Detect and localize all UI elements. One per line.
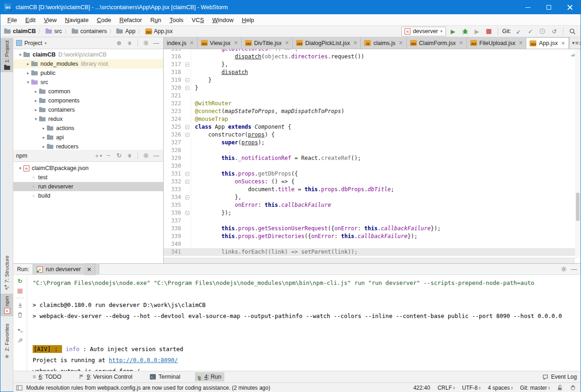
- editor-tab-claims.js[interactable]: JSclaims.js✕: [361, 37, 406, 49]
- tree-item-actions[interactable]: ▸actions: [13, 124, 163, 133]
- toolwindow-button-terminal[interactable]: >_Terminal: [147, 372, 183, 381]
- editor-line-331[interactable]: 331− this.props.getDbProps({: [164, 170, 575, 178]
- editor-line-334[interactable]: 334− },: [164, 193, 575, 201]
- tree-arrow-icon[interactable]: ▸: [33, 89, 39, 94]
- run-configuration-select[interactable]: n devserver ▾: [401, 27, 445, 36]
- editor-line-337[interactable]: 337: [164, 217, 575, 225]
- collapse-all-button[interactable]: [125, 152, 134, 160]
- tree-item-api[interactable]: ▸api: [13, 133, 163, 142]
- editor-tab-claimform.jsx[interactable]: JSXClaimForm.jsx✕: [407, 37, 467, 49]
- rollback-button[interactable]: ↺: [550, 27, 559, 36]
- editor-line-316[interactable]: 316 dispatch(objects.directories.request…: [164, 53, 575, 61]
- refresh-icon[interactable]: ↻: [115, 152, 123, 160]
- tree-arrow-icon[interactable]: ▾: [17, 166, 23, 170]
- hide-panel-button[interactable]: —: [571, 266, 577, 273]
- hide-panel-button[interactable]: —: [152, 39, 160, 47]
- editor-tab-dialogpicklist.jsx[interactable]: JSXDialogPickList.jsx✕: [293, 37, 361, 49]
- event-log-button[interactable]: Event Log: [542, 374, 577, 380]
- indent-select[interactable]: 4 spaces▴▾: [488, 385, 513, 391]
- toolwindow-switcher-icon[interactable]: [16, 385, 23, 391]
- npm-item-claimcb-package-json[interactable]: ▾nclaimCB\package.json: [13, 164, 163, 173]
- gear-icon[interactable]: [561, 266, 567, 273]
- editor-line-323[interactable]: 323@connect(mapStateToProps, mapDispatch…: [164, 108, 575, 115]
- menu-tools[interactable]: Tools: [165, 15, 188, 25]
- editor-tab-index.js[interactable]: index.js✕: [164, 37, 198, 49]
- menu-window[interactable]: Window: [208, 15, 238, 25]
- editor-line-315[interactable]: 315 getDirectories: () => {: [164, 49, 575, 53]
- run-console-output[interactable]: "C:\Program Files\nodejs\node.exe" "C:\P…: [27, 275, 581, 371]
- menu-file[interactable]: File: [3, 15, 21, 25]
- editor-line-329[interactable]: 329 this._notificationRef = React.create…: [164, 154, 575, 162]
- gear-icon[interactable]: [142, 152, 150, 160]
- menu-code[interactable]: Code: [93, 15, 115, 25]
- encoding-select[interactable]: UTF-8▴▾: [462, 385, 480, 391]
- editor-line-336[interactable]: 336− });: [164, 209, 575, 217]
- editor-scrollbar[interactable]: [575, 49, 581, 258]
- toolwindow-button-4-run[interactable]: ▶4: Run: [195, 372, 224, 381]
- fold-marker-icon[interactable]: −: [184, 193, 191, 201]
- close-icon[interactable]: ✕: [233, 40, 238, 46]
- tree-item-containers[interactable]: ▸containers: [13, 105, 163, 114]
- editor-line-339[interactable]: 339 this.props.getDirectories({onError: …: [164, 233, 575, 240]
- tree-arrow-icon[interactable]: ▸: [33, 108, 39, 112]
- npm-item-run-devserver[interactable]: ○run devserver: [13, 182, 163, 191]
- editor-line-333[interactable]: 333 document.title = this.props.dbProps.…: [164, 186, 575, 193]
- maximize-button[interactable]: [538, 0, 559, 14]
- editor-line-338[interactable]: 338 this.props.getSessionUserRequest({on…: [164, 225, 575, 233]
- tree-item-redux[interactable]: ▾redux: [13, 114, 163, 124]
- tree-arrow-icon[interactable]: ▸: [33, 98, 39, 103]
- tree-arrow-icon[interactable]: ▸: [25, 71, 31, 75]
- fold-marker-icon[interactable]: −: [184, 209, 191, 217]
- breadcrumb-item[interactable]: App: [116, 28, 135, 34]
- menu-vcs[interactable]: VCS: [188, 15, 208, 25]
- close-icon[interactable]: ✕: [398, 40, 403, 46]
- editor-line-332[interactable]: 332− onSuccess: () => {: [164, 178, 575, 186]
- editor-line-340[interactable]: 340: [164, 240, 575, 248]
- tree-item-node-modules[interactable]: ▸node_moduleslibrary root: [13, 59, 163, 68]
- project-panel-title[interactable]: Project ▾: [16, 40, 113, 46]
- editor-tab-app.jsx[interactable]: JSXApp.jsx✕: [526, 37, 569, 49]
- search-everywhere-button[interactable]: [568, 27, 577, 36]
- toolwindow-button-2-favorites[interactable]: 2: Favorites★: [0, 321, 13, 362]
- stop-button[interactable]: [484, 27, 494, 36]
- editor-line-335[interactable]: 335 onError: this.callbackFailure: [164, 201, 575, 209]
- tree-item-public[interactable]: ▸public: [13, 68, 163, 78]
- status-message[interactable]: Module resolution rules from webpack.con…: [26, 385, 270, 391]
- editor-line-322[interactable]: 322@withRouter: [164, 100, 575, 108]
- editor-line-321[interactable]: 321: [164, 92, 575, 100]
- editor-line-317[interactable]: 317− },: [164, 61, 575, 68]
- close-icon[interactable]: ✕: [284, 40, 289, 46]
- fold-marker-icon[interactable]: −: [184, 61, 191, 68]
- close-icon[interactable]: ✕: [84, 264, 95, 275]
- locate-file-button[interactable]: ⊕: [115, 39, 123, 47]
- fold-marker-icon[interactable]: −: [184, 76, 191, 84]
- console-link[interactable]: http://0.0.0.0:8090/: [109, 357, 178, 364]
- close-icon[interactable]: ✕: [352, 40, 357, 46]
- editor-line-325[interactable]: 325−class App extends Component {: [164, 123, 575, 131]
- tree-item-reducers[interactable]: ▸reducers: [13, 142, 163, 150]
- restore-layout-button[interactable]: [17, 328, 23, 334]
- editor-horizontal-scrollbar[interactable]: [164, 258, 575, 263]
- hide-panel-button[interactable]: —: [152, 152, 160, 160]
- run-with-coverage-button[interactable]: ▶: [473, 27, 482, 36]
- update-project-button[interactable]: ↙: [514, 27, 523, 36]
- menu-navigate[interactable]: Navigate: [61, 15, 92, 25]
- toolwindow-button-1-project[interactable]: 1: Project: [0, 38, 13, 72]
- tree-arrow-icon[interactable]: ▾: [25, 80, 31, 85]
- menu-refactor[interactable]: Refactor: [115, 15, 146, 25]
- stop-button[interactable]: [17, 289, 23, 294]
- breadcrumb-item[interactable]: containers: [72, 28, 107, 34]
- remove-script-button[interactable]: −: [104, 152, 113, 160]
- fold-marker-icon[interactable]: −: [184, 131, 191, 139]
- editor-line-327[interactable]: 327 super(props);: [164, 139, 575, 147]
- editor-line-341[interactable]: 341 links.forEach((link) => setParent(li…: [164, 248, 575, 256]
- toolwindow-button-6-todo[interactable]: ≡6: TODO: [30, 372, 64, 381]
- hidden-tabs-button[interactable]: ▾≡3: [569, 37, 581, 49]
- fold-marker-icon[interactable]: −: [184, 84, 191, 92]
- editor-line-330[interactable]: 330: [164, 162, 575, 170]
- toolwindow-button-7-structure[interactable]: 7: Structure: [0, 253, 13, 292]
- editor-line-318[interactable]: 318 dispatch: [164, 68, 575, 76]
- npm-item-test[interactable]: ○test: [13, 173, 163, 182]
- close-icon[interactable]: ✕: [458, 40, 463, 46]
- show-history-button[interactable]: [538, 27, 547, 36]
